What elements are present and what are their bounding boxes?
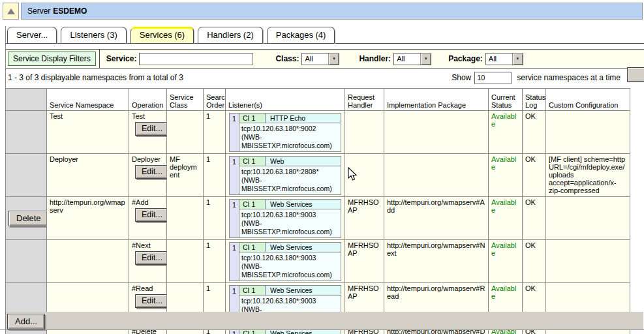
implementation-package: http://tempuri.org/wmapserv#Read [387, 284, 485, 300]
search-order: 1 [206, 112, 210, 120]
search-order: 1 [206, 198, 210, 206]
chevron-down-icon: ▼ [420, 53, 431, 65]
listener-address: tcp:10.120.63.180*:2808* [241, 168, 339, 176]
status-log: OK [525, 241, 536, 249]
handler-select[interactable]: All ▼ [393, 53, 431, 65]
delete-button[interactable]: Delete [8, 211, 47, 226]
service-namespace: http://tempuri.org/wmapserv [50, 198, 125, 214]
class-filter-label: Class: [275, 54, 299, 63]
show-suffix: service namespaces at a time [517, 73, 621, 82]
request-handler: MFRHSOAP [348, 284, 379, 300]
service-filter-label: Service: [106, 54, 137, 63]
status-log: OK [525, 284, 536, 292]
listener-address: tcp:10.120.63.180*:9003 [241, 211, 339, 219]
frame-border-bottom [0, 329, 644, 330]
tab-strip: Server... Listeners (3) Services (6) Han… [5, 26, 644, 44]
listener-name: Web Services [266, 200, 341, 209]
custom-configuration: [MF client] scheme=http URL=/cgi/mfdeplo… [549, 155, 625, 194]
listener-name: Web Services [266, 243, 341, 252]
listener-box: 1 CI 1 Web Services tcp:10.120.63.180*:9… [229, 242, 341, 281]
services-table: Service Namespace Operation Service Clas… [5, 88, 630, 334]
show-count-input[interactable] [474, 72, 512, 84]
add-button[interactable]: Add... [7, 314, 45, 329]
col-operation: Operation [129, 89, 167, 111]
tab-packages[interactable]: Packages (4) [267, 27, 335, 44]
search-order: 1 [206, 155, 210, 163]
edit-button[interactable]: Edit... [135, 165, 167, 179]
edit-button[interactable]: Edit... [135, 208, 167, 222]
search-order: 1 [206, 241, 210, 249]
chevron-down-icon: ▼ [512, 53, 523, 65]
status-badge: Available [491, 155, 516, 171]
listener-box: 1 CI 1 HTTP Echo tcp:10.120.63.180*:9002… [229, 113, 341, 152]
edit-button[interactable]: Edit... [135, 294, 167, 308]
status-badge: Available [491, 284, 516, 300]
listener-address: tcp:10.120.63.180*:9003 [241, 297, 339, 305]
frame-border-left [5, 26, 6, 329]
operation-name: #Next [132, 241, 164, 249]
operation-name: #Read [132, 284, 164, 292]
implementation-package: http://tempuri.org/wmapserv#Add [387, 198, 485, 214]
table-row: #Next Edit... 1 1 CI 1 Web Services tcp:… [6, 240, 630, 283]
listener-address: tcp:10.120.63.180*:9003 [241, 254, 339, 262]
server-header-bar: Server ESDEMO [3, 3, 643, 20]
listener-index: 1 [230, 157, 239, 194]
listener-conversation: CI 1 [239, 200, 266, 209]
listener-name: Web Services [266, 286, 341, 295]
tab-handlers[interactable]: Handlers (2) [198, 27, 263, 44]
package-filter-label: Package: [448, 54, 483, 63]
operation-name: #Add [132, 198, 164, 206]
request-handler: MFRHSOAP [348, 241, 379, 257]
edit-button[interactable]: Edit... [135, 251, 167, 265]
col-listeners: Listener(s) [226, 89, 345, 111]
status-badge: Available [491, 241, 516, 257]
triangle-up-icon [7, 8, 15, 14]
listener-index: 1 [230, 200, 239, 237]
col-custom-configuration: Custom Configuration [546, 89, 630, 111]
listener-box: 1 CI 1 Web Services tcp:10.120.63.180*:9… [229, 199, 341, 238]
listener-name: Web [266, 157, 341, 166]
status-badge: Available [491, 112, 516, 128]
col-service-class: Service Class [167, 89, 204, 111]
server-title-prefix: Server [27, 7, 50, 16]
listener-host: (NWB-MBISSETXP.microfocus.com) [241, 176, 339, 193]
col-search-order: Search Order [204, 89, 226, 111]
tab-listeners[interactable]: Listeners (3) [61, 27, 126, 44]
status-log: OK [525, 155, 536, 163]
table-row: Deployer Deployer Edit... MF deployment … [6, 154, 630, 197]
listener-conversation: CI 1 [239, 286, 266, 295]
col-request-handler: Request Handler [345, 89, 384, 111]
listener-host: (NWB-MBISSETXP.microfocus.com) [241, 262, 339, 279]
status-log: OK [525, 112, 536, 120]
listener-host: (NWB-MBISSETXP.microfocus.com) [241, 133, 339, 150]
package-select[interactable]: All ▼ [485, 53, 523, 65]
col-service-namespace: Service Namespace [47, 89, 129, 111]
listener-conversation: CI 1 [239, 243, 266, 252]
show-label: Show [452, 73, 471, 82]
collapse-button[interactable] [3, 3, 19, 20]
mouse-cursor [348, 167, 358, 181]
status-log: OK [525, 198, 536, 206]
refresh-button[interactable] [627, 67, 644, 82]
implementation-package: http://tempuri.org/wmapserv#Next [387, 241, 485, 257]
listener-name: HTTP Echo [266, 114, 341, 123]
handler-filter-label: Handler: [359, 54, 391, 63]
listener-conversation: CI 1 [239, 114, 266, 123]
table-footer-bar: Add... [5, 312, 643, 329]
listener-index: 1 [230, 114, 239, 151]
table-row: Delete http://tempuri.org/wmapserv #Add … [6, 197, 630, 240]
tab-server[interactable]: Server... [7, 27, 57, 44]
edit-button[interactable]: Edit... [135, 122, 167, 136]
filter-bar: Service Display Filters Service: Class: … [5, 49, 644, 68]
status-badge: Available [491, 198, 516, 214]
service-filter-input[interactable] [139, 53, 253, 65]
listener-host: (NWB-MBISSETXP.microfocus.com) [241, 219, 339, 236]
listener-address: tcp:10.120.63.180*:9002 [241, 125, 339, 133]
search-order: 1 [206, 284, 210, 292]
col-status-log: Status Log [523, 89, 546, 111]
table-row: Test Test Edit... 1 1 CI 1 HTTP Echo tcp… [6, 111, 630, 154]
chevron-down-icon: ▼ [328, 53, 339, 65]
class-select[interactable]: All ▼ [301, 53, 339, 65]
tab-services[interactable]: Services (6) [130, 27, 194, 44]
listener-index: 1 [230, 243, 239, 281]
